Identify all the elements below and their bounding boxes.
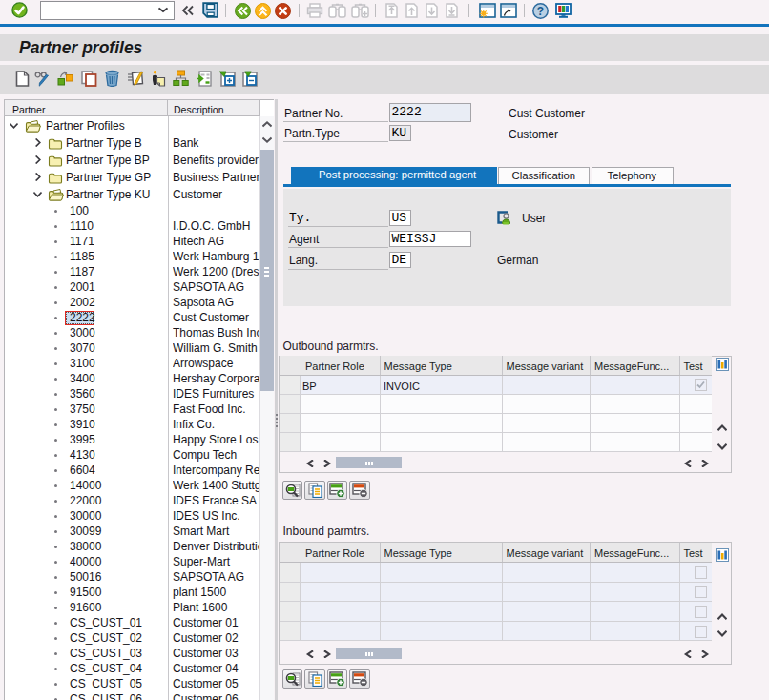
svg-text:?: ? (537, 5, 544, 18)
